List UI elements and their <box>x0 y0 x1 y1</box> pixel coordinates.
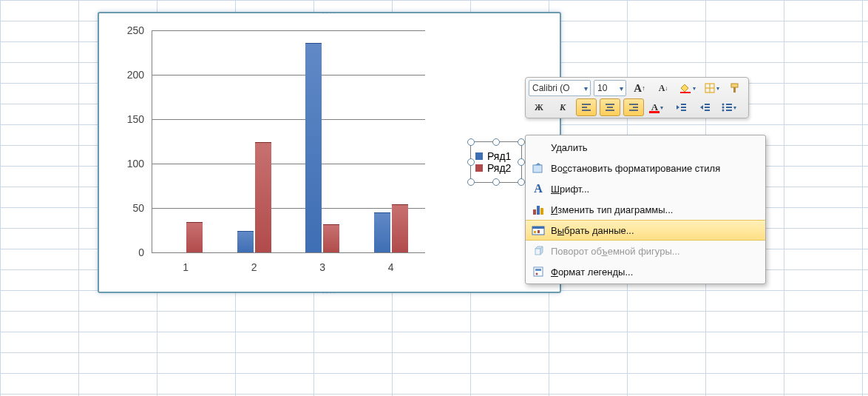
context-menu-label: Поворот объемной фигуры... <box>551 246 759 257</box>
legend-swatch-blue <box>475 152 483 160</box>
border-button[interactable]: ▾ <box>701 79 722 97</box>
format-painter-button[interactable] <box>725 79 745 97</box>
svg-marker-30 <box>535 163 541 165</box>
chart-plot-frame: 0501001502002501234 Ряд1 Ряд2 <box>106 22 552 283</box>
chart-bar-Ряд2-3[interactable] <box>323 224 339 252</box>
chart-handle-bottom[interactable]: ···· <box>322 288 336 297</box>
align-left-icon <box>580 102 592 113</box>
legend-handle[interactable] <box>492 178 500 186</box>
context-menu-label: Изменить тип диаграммы... <box>551 204 759 215</box>
legend-label: Ряд2 <box>487 162 511 174</box>
chart-bar-Ряд1-4[interactable] <box>374 212 390 252</box>
legend-handle[interactable] <box>518 178 525 186</box>
context-menu-item-charttype[interactable]: Изменить тип диаграммы... <box>526 199 765 220</box>
chart-bar-Ряд2-4[interactable] <box>392 204 408 252</box>
mini-format-toolbar[interactable]: Calibri (О 10 A↑ A↓ ▾ ▾ <box>525 77 749 118</box>
svg-rect-35 <box>532 226 544 229</box>
legend-handle[interactable] <box>518 158 525 166</box>
x-category-label: 3 <box>289 261 356 273</box>
legend-handle[interactable] <box>467 138 475 146</box>
legend-entry-series1[interactable]: Ряд1 <box>475 150 517 162</box>
decrease-indent-button[interactable] <box>671 98 691 116</box>
context-menu-item-selectdata[interactable]: Выбрать данные... <box>526 220 765 241</box>
svg-marker-19 <box>700 105 703 110</box>
svg-rect-36 <box>534 231 536 233</box>
font-size-selector[interactable]: 10 <box>594 80 626 96</box>
context-menu-label: Формат легенды... <box>551 266 759 278</box>
svg-rect-42 <box>535 269 541 271</box>
bold-icon: Ж <box>535 102 543 113</box>
svg-rect-29 <box>533 165 542 172</box>
legend-handle[interactable] <box>492 138 500 146</box>
y-tick-label: 0 <box>115 246 144 258</box>
shrink-font-button[interactable]: A↓ <box>653 79 674 97</box>
context-menu-item-delete[interactable]: Удалить <box>526 137 765 158</box>
align-center-button[interactable] <box>600 98 620 116</box>
svg-rect-32 <box>537 206 540 215</box>
x-category-label: 2 <box>221 261 288 273</box>
chart-handle-top[interactable]: ···· <box>322 8 336 17</box>
svg-rect-33 <box>540 208 543 215</box>
brush-icon <box>729 82 741 94</box>
svg-point-43 <box>536 273 538 275</box>
chart-bar-Ряд2-1[interactable] <box>186 222 203 252</box>
chart-bar-Ряд2-2[interactable] <box>255 142 271 252</box>
bullets-button[interactable]: ▾ <box>718 98 739 116</box>
chart-gridline <box>152 30 425 31</box>
align-left-button[interactable] <box>576 98 597 116</box>
svg-rect-39 <box>535 249 540 255</box>
svg-rect-41 <box>534 267 543 276</box>
chart-bar-Ряд1-2[interactable] <box>237 231 254 252</box>
context-menu-label: Шрифт... <box>551 184 759 195</box>
fill-color-button[interactable]: ▾ <box>677 79 698 97</box>
align-right-button[interactable] <box>623 98 644 116</box>
svg-rect-5 <box>733 87 736 93</box>
selectdata-icon <box>526 221 551 240</box>
y-tick-label: 150 <box>115 113 144 125</box>
x-category-label: 4 <box>358 261 424 273</box>
italic-button[interactable]: К <box>552 98 573 116</box>
font-name-selector[interactable]: Calibri (О <box>529 80 591 96</box>
font-size-value: 10 <box>597 83 607 93</box>
cube3d-icon <box>526 241 551 261</box>
grow-font-button[interactable]: A↑ <box>629 79 650 97</box>
chart-gridline <box>152 164 425 164</box>
props-icon <box>526 261 551 282</box>
chart-gridline <box>152 75 425 75</box>
align-center-icon <box>604 102 616 113</box>
svg-marker-15 <box>677 105 679 110</box>
context-menu-item-font[interactable]: AШрифт... <box>526 178 765 199</box>
legend-handle[interactable] <box>467 158 475 166</box>
svg-point-25 <box>722 110 724 112</box>
embedded-chart[interactable]: ···· ···· 0501001502002501234 Ряд1 Ряд2 <box>98 12 561 293</box>
border-icon <box>704 82 716 94</box>
context-menu-item-fmt_legend[interactable]: Формат легенды... <box>526 261 765 282</box>
svg-point-23 <box>722 104 724 106</box>
chart-gridline <box>152 252 425 253</box>
dec-indent-icon <box>675 102 687 113</box>
chart-bar-Ряд1-3[interactable] <box>305 43 322 252</box>
font-A-icon: A <box>526 178 551 199</box>
font-color-button[interactable]: A ▾ <box>647 98 668 116</box>
chart-gridline <box>152 208 425 209</box>
legend-handle[interactable] <box>518 138 525 146</box>
bold-button[interactable]: Ж <box>529 98 549 116</box>
inc-indent-icon <box>699 102 711 113</box>
chartbars-icon <box>526 199 551 220</box>
y-tick-label: 250 <box>115 24 144 36</box>
context-menu-item-reset[interactable]: Восстановить форматирование стиля <box>526 158 765 178</box>
x-category-label: 1 <box>152 261 219 273</box>
chart-legend[interactable]: Ряд1 Ряд2 <box>470 141 522 183</box>
context-menu-label: Удалить <box>551 142 759 153</box>
legend-entry-series2[interactable]: Ряд2 <box>475 162 517 174</box>
italic-icon: К <box>560 102 566 113</box>
svg-rect-4 <box>731 84 738 87</box>
align-right-icon <box>628 102 640 113</box>
legend-label: Ряд1 <box>487 150 511 162</box>
increase-indent-button[interactable] <box>694 98 715 116</box>
svg-point-24 <box>722 107 724 109</box>
bucket-icon <box>679 82 692 94</box>
legend-handle[interactable] <box>467 178 475 186</box>
legend-context-menu[interactable]: УдалитьВосстановить форматирование стиля… <box>525 135 766 284</box>
grow-font-icon: A <box>634 82 642 95</box>
